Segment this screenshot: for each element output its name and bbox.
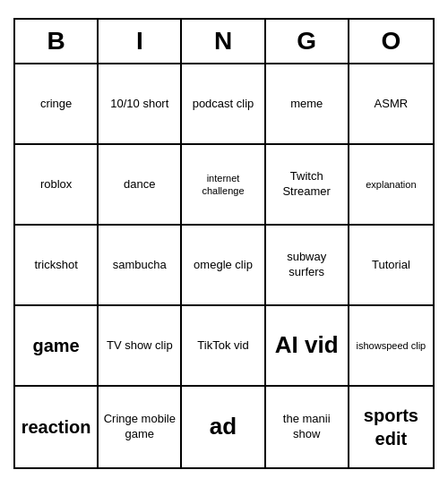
bingo-cell[interactable]: omegle clip	[182, 226, 265, 306]
bingo-cell[interactable]: podcast clip	[182, 64, 265, 145]
bingo-cell[interactable]: trickshot	[15, 226, 99, 306]
bingo-cell[interactable]: Tutorial	[349, 226, 433, 306]
bingo-cell[interactable]: TikTok vid	[182, 306, 265, 387]
bingo-card: BINGO cringe10/10 shortpodcast clipmemeA…	[13, 18, 435, 469]
bingo-cell[interactable]: TV show clip	[99, 306, 182, 387]
header-letter: O	[349, 20, 433, 63]
bingo-cell[interactable]: internet challenge	[182, 145, 265, 226]
bingo-cell[interactable]: Cringe mobile game	[99, 387, 182, 467]
bingo-cell[interactable]: Twitch Streamer	[266, 145, 349, 226]
bingo-header: BINGO	[15, 20, 433, 64]
bingo-cell[interactable]: ad	[182, 387, 265, 467]
bingo-grid: cringe10/10 shortpodcast clipmemeASMRrob…	[15, 64, 433, 467]
header-letter: G	[266, 20, 349, 63]
bingo-cell[interactable]: game	[15, 306, 99, 387]
bingo-cell[interactable]: meme	[266, 64, 349, 145]
bingo-cell[interactable]: roblox	[15, 145, 99, 226]
header-letter: I	[99, 20, 182, 63]
bingo-cell[interactable]: explanation	[349, 145, 433, 226]
bingo-cell[interactable]: sports edit	[349, 387, 433, 467]
bingo-cell[interactable]: sambucha	[99, 226, 182, 306]
bingo-cell[interactable]: reaction	[15, 387, 99, 467]
bingo-cell[interactable]: AI vid	[266, 306, 349, 387]
bingo-cell[interactable]: ishowspeed clip	[349, 306, 433, 387]
bingo-cell[interactable]: 10/10 short	[99, 64, 182, 145]
bingo-cell[interactable]: the manii show	[266, 387, 349, 467]
bingo-cell[interactable]: subway surfers	[266, 226, 349, 306]
bingo-cell[interactable]: dance	[99, 145, 182, 226]
bingo-cell[interactable]: ASMR	[349, 64, 433, 145]
header-letter: N	[182, 20, 265, 63]
bingo-cell[interactable]: cringe	[15, 64, 99, 145]
header-letter: B	[15, 20, 99, 63]
